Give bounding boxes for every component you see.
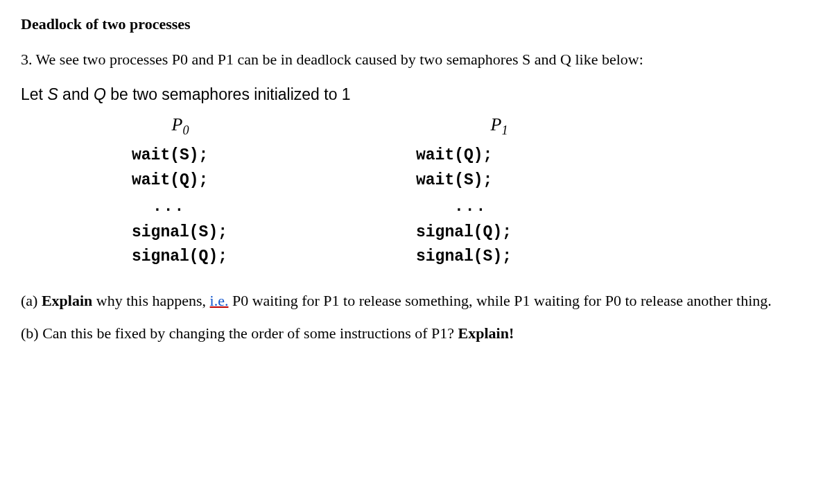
p1-label-sub: 1 (501, 123, 508, 137)
p1-line-1: wait(Q); (340, 144, 659, 168)
part-a-mid: why this happens, (92, 292, 209, 309)
semaphore-s: S (47, 85, 58, 103)
p0-line-4: signal(S); (21, 220, 340, 245)
process-p1-label: P1 (340, 112, 659, 140)
p1-line-5: signal(S); (340, 245, 659, 270)
semaphore-init-statement: Let S and Q be two semaphores initialize… (21, 83, 811, 105)
p1-line-3: ... (340, 193, 659, 220)
part-b-bold: Explain! (458, 324, 514, 342)
p0-label-base: P (172, 114, 183, 134)
let-pre: Let (21, 85, 47, 103)
part-b-pre: (b) Can this be fixed by changing the or… (21, 324, 458, 342)
question-part-b: (b) Can this be fixed by changing the or… (21, 323, 811, 345)
part-a-pre: (a) (21, 292, 42, 309)
let-post: be two semaphores initialized to 1 (106, 85, 351, 103)
part-a-post: P0 waiting for P1 to release something, … (228, 292, 771, 309)
code-block: P0 wait(S); wait(Q); ... signal(S); sign… (21, 112, 811, 270)
part-a-bold: Explain (42, 292, 92, 309)
semaphore-q: Q (94, 85, 106, 103)
question-intro: 3. We see two processes P0 and P1 can be… (21, 49, 811, 71)
p1-line-4: signal(Q); (340, 220, 659, 245)
section-heading: Deadlock of two processes (21, 14, 811, 35)
p0-line-2: wait(Q); (21, 168, 340, 193)
let-and: and (58, 85, 94, 103)
process-p0-column: P0 wait(S); wait(Q); ... signal(S); sign… (21, 112, 340, 270)
p1-line-2: wait(S); (340, 168, 659, 193)
process-p0-label: P0 (21, 112, 340, 140)
process-p1-column: P1 wait(Q); wait(S); ... signal(Q); sign… (340, 112, 659, 270)
question-part-a: (a) Explain why this happens, i.e. P0 wa… (21, 290, 811, 312)
p1-label-base: P (491, 114, 502, 134)
part-a-ie: i.e. (210, 292, 229, 309)
p0-line-3: ... (21, 193, 340, 220)
p0-line-5: signal(Q); (21, 245, 340, 270)
p0-line-1: wait(S); (21, 144, 340, 168)
p0-label-sub: 0 (182, 123, 189, 137)
